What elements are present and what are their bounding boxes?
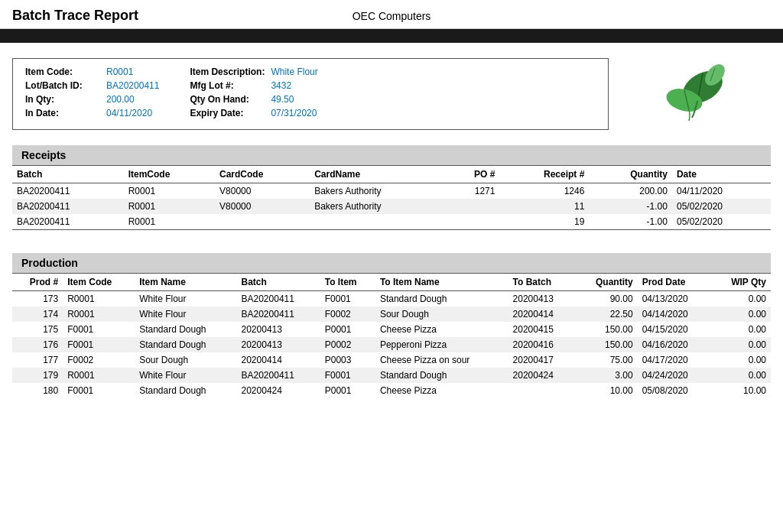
table-cell: 177 xyxy=(12,352,63,368)
table-row: BA20200411R0001V80000Bakers Authority127… xyxy=(12,183,771,200)
table-cell: 1271 xyxy=(446,183,499,200)
in-date-value: 04/11/2020 xyxy=(106,108,152,118)
table-cell: 04/17/2020 xyxy=(638,352,712,368)
table-cell: 20200424 xyxy=(237,383,320,398)
table-cell: Standard Dough xyxy=(135,322,236,337)
qty-on-hand-value: 49.50 xyxy=(271,94,294,105)
table-cell: 20200413 xyxy=(508,291,576,307)
table-row: BA20200411R000119-1.0005/02/2020 xyxy=(12,214,771,229)
table-cell: White Flour xyxy=(135,307,236,322)
production-section-header: Production xyxy=(12,253,771,273)
table-cell: R0001 xyxy=(124,199,215,214)
lot-batch-row: Lot/Batch ID: BA20200411 xyxy=(25,80,159,91)
table-cell: 05/02/2020 xyxy=(672,199,771,214)
table-cell: R0001 xyxy=(124,183,215,200)
table-cell: Standard Dough xyxy=(135,383,236,398)
table-cell: 150.00 xyxy=(575,337,637,352)
table-cell: 179 xyxy=(12,368,63,383)
table-cell: 173 xyxy=(12,291,63,307)
in-date-label: In Date: xyxy=(25,108,102,118)
table-cell: F0002 xyxy=(320,307,375,322)
in-qty-value: 200.00 xyxy=(106,94,135,105)
table-cell: 04/11/2020 xyxy=(672,183,771,200)
table-cell: BA20200411 xyxy=(12,199,124,214)
expiry-date-label: Expiry Date: xyxy=(190,108,266,118)
table-cell: BA20200411 xyxy=(237,368,320,383)
table-row: 176F0001Standard Dough20200413P0002Peppe… xyxy=(12,337,771,352)
table-cell: 175 xyxy=(12,322,63,337)
table-cell: F0001 xyxy=(63,383,135,398)
table-cell: Sour Dough xyxy=(135,352,236,368)
table-cell: Standard Dough xyxy=(135,337,236,352)
table-cell: 0.00 xyxy=(711,352,771,368)
table-cell: 176 xyxy=(12,337,63,352)
qty-on-hand-row: Qty On Hand: 49.50 xyxy=(190,94,317,105)
item-desc-row: Item Description: White Flour xyxy=(190,66,317,77)
table-cell: R0001 xyxy=(63,368,135,383)
receipts-col-batch: Batch xyxy=(12,166,124,183)
item-desc-value: White Flour xyxy=(271,66,317,77)
receipts-table: Batch ItemCode CardCode CardName PO # Re… xyxy=(12,166,771,229)
in-date-row: In Date: 04/11/2020 xyxy=(25,108,159,118)
table-cell: 0.00 xyxy=(711,337,771,352)
table-cell: R0001 xyxy=(124,214,215,229)
in-qty-row: In Qty: 200.00 xyxy=(25,94,159,105)
report-title: Batch Trace Report xyxy=(12,8,265,24)
table-cell: Cheese Pizza xyxy=(375,322,508,337)
table-cell xyxy=(446,214,499,229)
table-cell: 0.00 xyxy=(711,322,771,337)
production-header-row: Prod # Item Code Item Name Batch To Item… xyxy=(12,274,771,291)
receipts-col-itemcode: ItemCode xyxy=(124,166,215,183)
table-row: 175F0001Standard Dough20200413P0001Chees… xyxy=(12,322,771,337)
table-cell xyxy=(310,214,446,229)
table-cell: Pepperoni Pizza xyxy=(375,337,508,352)
table-cell: 0.00 xyxy=(711,291,771,307)
table-cell: 20200424 xyxy=(508,368,576,383)
table-cell: BA20200411 xyxy=(237,291,320,307)
table-cell: BA20200411 xyxy=(12,183,124,200)
mfg-lot-row: Mfg Lot #: 3432 xyxy=(190,80,317,91)
table-cell: F0001 xyxy=(63,322,135,337)
table-cell: White Flour xyxy=(135,291,236,307)
table-cell: Sour Dough xyxy=(375,307,508,322)
receipts-table-body: BA20200411R0001V80000Bakers Authority127… xyxy=(12,183,771,230)
table-cell: P0001 xyxy=(320,322,375,337)
receipts-col-cardname: CardName xyxy=(310,166,446,183)
table-cell: 22.50 xyxy=(575,307,637,322)
production-table-section: Prod # Item Code Item Name Batch To Item… xyxy=(12,273,771,398)
prod-col-num: Prod # xyxy=(12,274,63,291)
table-cell: R0001 xyxy=(63,291,135,307)
table-cell: P0003 xyxy=(320,352,375,368)
table-cell: F0001 xyxy=(63,337,135,352)
table-cell: 20200413 xyxy=(237,337,320,352)
prod-col-wipqty: WIP Qty xyxy=(711,274,771,291)
mfg-lot-label: Mfg Lot #: xyxy=(190,80,266,91)
table-cell: -1.00 xyxy=(589,199,672,214)
receipts-header-row: Batch ItemCode CardCode CardName PO # Re… xyxy=(12,166,771,183)
table-cell: 20200414 xyxy=(508,307,576,322)
receipts-col-cardcode: CardCode xyxy=(215,166,310,183)
table-cell: V80000 xyxy=(215,183,310,200)
table-cell: 04/13/2020 xyxy=(638,291,712,307)
table-cell: Bakers Authority xyxy=(310,199,446,214)
table-row: BA20200411R0001V80000Bakers Authority11-… xyxy=(12,199,771,214)
lot-batch-value: BA20200411 xyxy=(106,80,159,91)
prod-col-itemname: Item Name xyxy=(135,274,236,291)
table-cell: 20200417 xyxy=(508,352,576,368)
table-cell: 20200413 xyxy=(237,322,320,337)
table-cell: BA20200411 xyxy=(237,307,320,322)
receipts-col-quantity: Quantity xyxy=(589,166,672,183)
table-cell: 20200415 xyxy=(508,322,576,337)
company-logo xyxy=(609,58,771,127)
table-cell: 20200416 xyxy=(508,337,576,352)
table-cell: 19 xyxy=(499,214,589,229)
company-name: OEC Computers xyxy=(265,10,518,22)
table-row: 174R0001White FlourBA20200411F0002Sour D… xyxy=(12,307,771,322)
table-cell: F0001 xyxy=(320,291,375,307)
receipts-section-header: Receipts xyxy=(12,145,771,165)
table-cell: 200.00 xyxy=(589,183,672,200)
info-right: Item Description: White Flour Mfg Lot #:… xyxy=(190,66,317,122)
prod-col-proddate: Prod Date xyxy=(638,274,712,291)
mfg-lot-value: 3432 xyxy=(271,80,291,91)
item-code-value: R0001 xyxy=(106,66,133,77)
